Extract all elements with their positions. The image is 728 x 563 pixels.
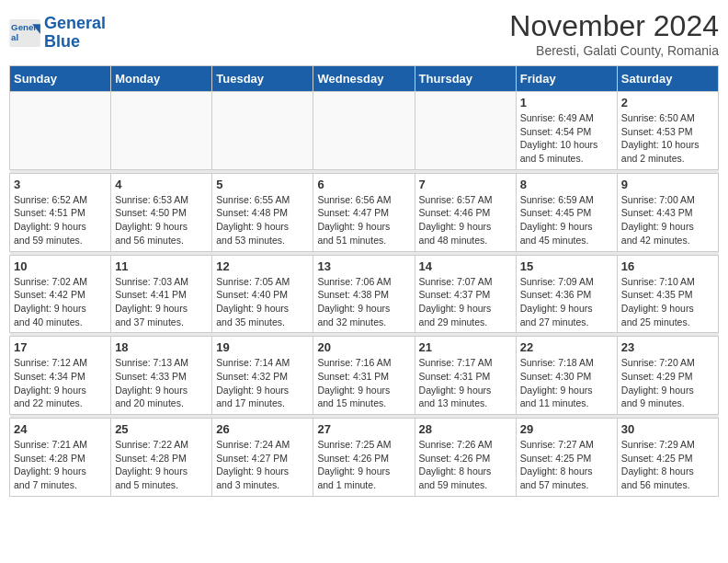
week-row-5: 24Sunrise: 7:21 AM Sunset: 4:28 PM Dayli… [10, 419, 719, 497]
day-number: 25 [115, 422, 208, 436]
calendar-cell: 24Sunrise: 7:21 AM Sunset: 4:28 PM Dayli… [10, 419, 111, 497]
day-number: 20 [317, 340, 410, 354]
location-subtitle: Beresti, Galati County, Romania [509, 43, 719, 58]
day-info: Sunrise: 6:56 AM Sunset: 4:47 PM Dayligh… [317, 193, 410, 247]
day-number: 21 [419, 340, 512, 354]
calendar-cell: 30Sunrise: 7:29 AM Sunset: 4:25 PM Dayli… [617, 419, 718, 497]
calendar-cell: 15Sunrise: 7:09 AM Sunset: 4:36 PM Dayli… [516, 255, 617, 333]
logo-text: General Blue [44, 15, 106, 52]
day-info: Sunrise: 7:05 AM Sunset: 4:40 PM Dayligh… [216, 275, 309, 329]
calendar-cell: 7Sunrise: 6:57 AM Sunset: 4:46 PM Daylig… [415, 173, 516, 251]
week-row-4: 17Sunrise: 7:12 AM Sunset: 4:34 PM Dayli… [10, 337, 719, 415]
weekday-header-sunday: Sunday [10, 66, 111, 92]
svg-text:al: al [11, 32, 18, 42]
day-number: 5 [216, 178, 309, 191]
calendar-cell: 4Sunrise: 6:53 AM Sunset: 4:50 PM Daylig… [111, 173, 212, 251]
day-number: 24 [14, 422, 107, 436]
day-info: Sunrise: 7:03 AM Sunset: 4:41 PM Dayligh… [115, 275, 208, 329]
day-number: 6 [317, 178, 410, 191]
calendar-table: SundayMondayTuesdayWednesdayThursdayFrid… [9, 65, 719, 497]
week-row-3: 10Sunrise: 7:02 AM Sunset: 4:42 PM Dayli… [10, 255, 719, 333]
calendar-cell: 22Sunrise: 7:18 AM Sunset: 4:30 PM Dayli… [516, 337, 617, 415]
calendar-cell: 23Sunrise: 7:20 AM Sunset: 4:29 PM Dayli… [617, 337, 718, 415]
svg-text:Gener: Gener [11, 22, 37, 32]
day-number: 15 [520, 259, 613, 273]
day-number: 16 [621, 259, 714, 273]
calendar-cell: 10Sunrise: 7:02 AM Sunset: 4:42 PM Dayli… [10, 255, 111, 333]
day-info: Sunrise: 6:52 AM Sunset: 4:51 PM Dayligh… [14, 193, 107, 247]
day-number: 2 [621, 96, 714, 109]
calendar-cell: 18Sunrise: 7:13 AM Sunset: 4:33 PM Dayli… [111, 337, 212, 415]
day-info: Sunrise: 7:13 AM Sunset: 4:33 PM Dayligh… [115, 356, 208, 410]
day-number: 29 [520, 422, 613, 436]
day-info: Sunrise: 6:59 AM Sunset: 4:45 PM Dayligh… [520, 193, 613, 247]
day-number: 13 [317, 259, 410, 273]
day-info: Sunrise: 7:14 AM Sunset: 4:32 PM Dayligh… [216, 356, 309, 410]
calendar-cell: 17Sunrise: 7:12 AM Sunset: 4:34 PM Dayli… [10, 337, 111, 415]
day-info: Sunrise: 7:21 AM Sunset: 4:28 PM Dayligh… [14, 438, 107, 492]
day-number: 19 [216, 340, 309, 354]
day-info: Sunrise: 6:50 AM Sunset: 4:53 PM Dayligh… [621, 111, 714, 166]
title-area: November 2024 Beresti, Galati County, Ro… [509, 9, 719, 58]
day-number: 1 [520, 96, 613, 109]
day-number: 10 [14, 259, 107, 273]
day-info: Sunrise: 7:26 AM Sunset: 4:26 PM Dayligh… [419, 438, 512, 492]
day-info: Sunrise: 6:55 AM Sunset: 4:48 PM Dayligh… [216, 193, 309, 247]
day-info: Sunrise: 7:12 AM Sunset: 4:34 PM Dayligh… [14, 356, 107, 410]
calendar-cell [212, 92, 313, 170]
day-info: Sunrise: 7:02 AM Sunset: 4:42 PM Dayligh… [14, 275, 107, 329]
day-number: 12 [216, 259, 309, 273]
calendar-cell: 16Sunrise: 7:10 AM Sunset: 4:35 PM Dayli… [617, 255, 718, 333]
day-number: 4 [115, 178, 208, 191]
day-number: 3 [14, 178, 107, 191]
month-title: November 2024 [509, 9, 719, 43]
day-info: Sunrise: 6:53 AM Sunset: 4:50 PM Dayligh… [115, 193, 208, 247]
calendar-cell: 6Sunrise: 6:56 AM Sunset: 4:47 PM Daylig… [313, 173, 415, 251]
weekday-header-tuesday: Tuesday [212, 66, 313, 92]
calendar-cell: 9Sunrise: 7:00 AM Sunset: 4:43 PM Daylig… [617, 173, 718, 251]
calendar-cell: 28Sunrise: 7:26 AM Sunset: 4:26 PM Dayli… [415, 419, 516, 497]
calendar-cell: 8Sunrise: 6:59 AM Sunset: 4:45 PM Daylig… [516, 173, 617, 251]
day-info: Sunrise: 7:25 AM Sunset: 4:26 PM Dayligh… [317, 438, 410, 492]
calendar-cell [10, 92, 111, 170]
calendar-cell: 13Sunrise: 7:06 AM Sunset: 4:38 PM Dayli… [313, 255, 415, 333]
calendar-cell: 20Sunrise: 7:16 AM Sunset: 4:31 PM Dayli… [313, 337, 415, 415]
logo-icon: Gener al [9, 19, 42, 47]
calendar-cell [313, 92, 415, 170]
calendar-cell [111, 92, 212, 170]
day-number: 23 [621, 340, 714, 354]
calendar-cell: 25Sunrise: 7:22 AM Sunset: 4:28 PM Dayli… [111, 419, 212, 497]
calendar-cell: 2Sunrise: 6:50 AM Sunset: 4:53 PM Daylig… [617, 92, 718, 170]
day-info: Sunrise: 7:20 AM Sunset: 4:29 PM Dayligh… [621, 356, 714, 410]
calendar-cell: 14Sunrise: 7:07 AM Sunset: 4:37 PM Dayli… [415, 255, 516, 333]
day-info: Sunrise: 7:09 AM Sunset: 4:36 PM Dayligh… [520, 275, 613, 329]
page-header: Gener al General Blue November 2024 Bere… [9, 9, 719, 58]
calendar-cell: 11Sunrise: 7:03 AM Sunset: 4:41 PM Dayli… [111, 255, 212, 333]
weekday-header-wednesday: Wednesday [313, 66, 415, 92]
weekday-header-friday: Friday [516, 66, 617, 92]
day-number: 28 [419, 422, 512, 436]
calendar-cell: 19Sunrise: 7:14 AM Sunset: 4:32 PM Dayli… [212, 337, 313, 415]
day-number: 27 [317, 422, 410, 436]
weekday-header-saturday: Saturday [617, 66, 718, 92]
logo: Gener al General Blue [9, 15, 106, 52]
day-info: Sunrise: 7:17 AM Sunset: 4:31 PM Dayligh… [419, 356, 512, 410]
day-number: 26 [216, 422, 309, 436]
day-number: 8 [520, 178, 613, 191]
day-number: 17 [14, 340, 107, 354]
day-info: Sunrise: 7:10 AM Sunset: 4:35 PM Dayligh… [621, 275, 714, 329]
calendar-cell: 21Sunrise: 7:17 AM Sunset: 4:31 PM Dayli… [415, 337, 516, 415]
day-info: Sunrise: 7:16 AM Sunset: 4:31 PM Dayligh… [317, 356, 410, 410]
day-number: 18 [115, 340, 208, 354]
day-info: Sunrise: 7:24 AM Sunset: 4:27 PM Dayligh… [216, 438, 309, 492]
day-info: Sunrise: 7:27 AM Sunset: 4:25 PM Dayligh… [520, 438, 613, 492]
calendar-cell: 26Sunrise: 7:24 AM Sunset: 4:27 PM Dayli… [212, 419, 313, 497]
calendar-cell [415, 92, 516, 170]
day-number: 30 [621, 422, 714, 436]
day-number: 22 [520, 340, 613, 354]
day-info: Sunrise: 6:57 AM Sunset: 4:46 PM Dayligh… [419, 193, 512, 247]
calendar-cell: 5Sunrise: 6:55 AM Sunset: 4:48 PM Daylig… [212, 173, 313, 251]
day-number: 14 [419, 259, 512, 273]
day-number: 9 [621, 178, 714, 191]
day-info: Sunrise: 7:06 AM Sunset: 4:38 PM Dayligh… [317, 275, 410, 329]
